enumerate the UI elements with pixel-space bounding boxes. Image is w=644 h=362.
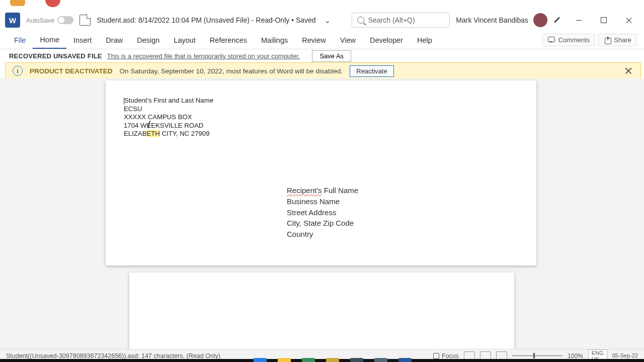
taskbar-icons [254, 358, 412, 362]
tab-review[interactable]: Review [295, 32, 333, 48]
sender-line-1: Student's First and Last Name [124, 97, 213, 104]
page-2[interactable] [129, 273, 514, 349]
title-bar: W AutoSave Student.asd: 8/14/2022 10:04 … [0, 9, 644, 31]
autosave-label: AutoSave [26, 17, 54, 24]
recipient-line-5: Country [287, 230, 313, 238]
document-canvas[interactable]: Student's First and Last Name ECSU XXXXX… [0, 78, 644, 349]
chevron-down-icon[interactable]: ⌄ [324, 16, 331, 25]
search-placeholder: Search (Alt+Q) [368, 16, 415, 24]
recipient-line-1-rest: Full Name [322, 186, 359, 195]
comment-icon [548, 37, 555, 44]
recipient-line-2: Business Name [287, 197, 340, 206]
recipient-line-3: Street Address [287, 208, 336, 217]
pen-icon[interactable] [552, 15, 564, 26]
window-minimize-button[interactable] [569, 13, 589, 28]
sender-line-5b: CITY, NC 27909 [160, 130, 210, 137]
tab-help[interactable]: Help [410, 32, 439, 48]
zoom-level[interactable]: 100% [568, 352, 583, 359]
sender-line-4: 1704 WEEKSVILLE ROAD [124, 122, 203, 129]
taskbar-app-icon[interactable] [302, 358, 315, 362]
tab-mailings[interactable]: Mailings [254, 32, 295, 48]
window-close-button[interactable] [619, 13, 639, 28]
reactivate-button[interactable]: Reactivate [350, 65, 393, 77]
autosave-toggle-group[interactable]: AutoSave [26, 16, 73, 24]
document-title[interactable]: Student.asd: 8/14/2022 10:04 PM (Unsaved… [97, 16, 315, 24]
recipient-line-1-error: Recipent's [287, 186, 322, 195]
info-icon: i [13, 66, 23, 76]
tab-design[interactable]: Design [130, 32, 167, 48]
taskbar-app-icon[interactable] [254, 358, 267, 362]
system-date: 05-Sep-22 [612, 352, 638, 358]
close-icon[interactable] [624, 66, 633, 75]
search-input[interactable]: Search (Alt+Q) [352, 13, 450, 28]
focus-label: Focus [442, 352, 459, 359]
lang-top: ENG [592, 350, 604, 356]
taskbar-app-icon[interactable] [350, 358, 363, 362]
status-doc-info[interactable]: Student((Unsaved-309780893672342656)).as… [6, 352, 220, 359]
user-name[interactable]: Mark Vincent Bandibas [456, 16, 528, 24]
comments-label: Comments [558, 36, 590, 44]
recipient-line-4: City, State Zip Code [287, 219, 354, 227]
page-1[interactable]: Student's First and Last Name ECSU XXXXX… [106, 80, 536, 265]
sender-line-5a: ELIZAB [124, 130, 146, 137]
save-icon[interactable] [79, 15, 91, 26]
tab-layout[interactable]: Layout [167, 32, 203, 48]
focus-icon [433, 353, 439, 359]
pencil-cursor-icon [145, 121, 153, 129]
window-maximize-button[interactable] [594, 13, 614, 28]
tab-draw[interactable]: Draw [99, 32, 130, 48]
tab-insert[interactable]: Insert [66, 32, 99, 48]
sender-line-5-highlight: ETH [146, 130, 159, 137]
deactivated-title: PRODUCT DEACTIVATED [30, 67, 113, 75]
tab-view[interactable]: View [333, 32, 363, 48]
avatar[interactable] [533, 13, 547, 27]
tab-references[interactable]: References [203, 32, 254, 48]
tab-file[interactable]: File [7, 32, 33, 48]
deactivated-message: On Saturday, September 10, 2022, most fe… [120, 67, 343, 75]
taskbar-app-icon[interactable] [374, 358, 387, 362]
zoom-slider[interactable] [512, 355, 562, 356]
share-button[interactable]: Share [598, 34, 637, 46]
taskbar-app-icon[interactable] [398, 358, 412, 362]
taskbar-app-icon[interactable] [326, 358, 339, 362]
focus-mode-button[interactable]: Focus [433, 352, 459, 359]
tab-developer[interactable]: Developer [363, 32, 410, 48]
product-deactivated-bar: i PRODUCT DEACTIVATED On Saturday, Septe… [5, 62, 641, 79]
browser-tab-strip [0, 0, 644, 9]
recovered-message[interactable]: This is a recovered file that is tempora… [107, 52, 300, 60]
taskbar-app-icon[interactable] [278, 358, 291, 362]
share-label: Share [614, 36, 631, 44]
comments-button[interactable]: Comments [542, 34, 595, 46]
tab-home[interactable]: Home [33, 32, 66, 49]
recovered-file-bar: RECOVERED UNSAVED FILE This is a recover… [0, 49, 644, 62]
recipient-address-block[interactable]: Recipent's Full Name Business Name Stree… [287, 185, 358, 240]
search-icon [357, 17, 364, 24]
sender-address-block[interactable]: Student's First and Last Name ECSU XXXXX… [124, 97, 518, 138]
word-app-icon: W [5, 13, 20, 28]
sender-line-3: XXXXX CAMPUS BOX [124, 113, 192, 121]
ribbon-tabs: File Home Insert Draw Design Layout Refe… [0, 31, 644, 49]
share-icon [604, 37, 611, 44]
recovered-title: RECOVERED UNSAVED FILE [9, 52, 102, 60]
autosave-toggle[interactable] [57, 16, 73, 24]
save-as-button[interactable]: Save As [312, 50, 351, 62]
sender-line-2: ECSU [124, 105, 142, 113]
